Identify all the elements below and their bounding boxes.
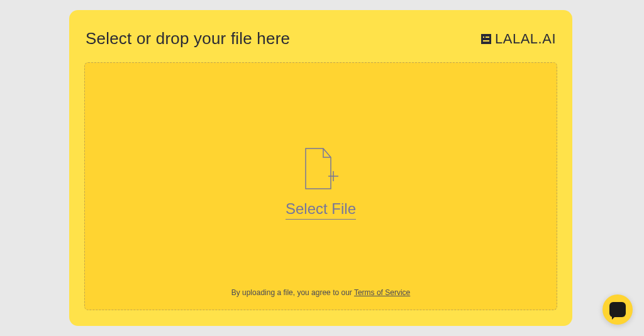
upload-disclaimer: By uploading a file, you agree to our Te… bbox=[85, 288, 557, 297]
chat-launcher-button[interactable] bbox=[602, 294, 633, 325]
card-header: Select or drop your file here LALAL.AI bbox=[84, 24, 557, 62]
dropzone-center: Select File bbox=[286, 147, 356, 220]
upload-card: Select or drop your file here LALAL.AI S… bbox=[69, 10, 572, 326]
select-file-button[interactable]: Select File bbox=[286, 200, 356, 220]
brand-icon bbox=[481, 34, 491, 44]
terms-of-service-link[interactable]: Terms of Service bbox=[354, 288, 410, 297]
disclaimer-text: By uploading a file, you agree to our bbox=[231, 288, 354, 297]
brand-name: LALAL.AI bbox=[495, 31, 556, 47]
file-add-icon bbox=[301, 147, 341, 191]
chat-icon bbox=[609, 302, 626, 317]
brand-logo[interactable]: LALAL.AI bbox=[481, 31, 556, 47]
file-dropzone[interactable]: Select File By uploading a file, you agr… bbox=[84, 62, 557, 310]
page-title: Select or drop your file here bbox=[86, 29, 290, 48]
